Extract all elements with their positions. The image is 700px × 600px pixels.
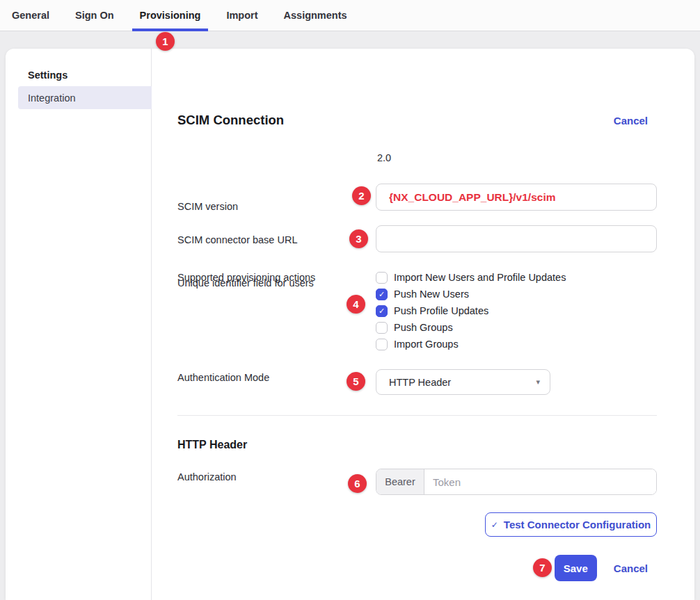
test-connector-button[interactable]: ✓ Test Connector Configuration [485,512,657,537]
checkbox[interactable]: ✓ [376,339,388,350]
checkbox-label: Import New Users and Profile Updates [394,272,566,283]
cancel-link-bottom[interactable]: Cancel [614,562,648,574]
chevron-down-icon: ▾ [536,378,540,387]
action-push-groups[interactable]: ✓ Push Groups [376,319,566,336]
annotation-badge-3: 3 [349,229,368,248]
tab-general[interactable]: General [4,0,57,31]
base-url-label: SCIM connector base URL [177,234,297,245]
scim-version-value: 2.0 [377,152,391,163]
bearer-prefix: Bearer [376,469,424,494]
section-divider [177,415,657,416]
checkbox-label: Push Groups [394,322,453,333]
sidebar-item-integration[interactable]: Integration [18,86,152,109]
provisioning-actions-list: ✓ Import New Users and Profile Updates ✓… [376,269,566,352]
annotation-badge-6: 6 [348,474,367,493]
auth-mode-select[interactable]: HTTP Header ▾ [376,369,550,395]
page-title: SCIM Connection [177,113,284,128]
base-url-input[interactable] [376,184,657,211]
tab-provisioning[interactable]: Provisioning [132,0,209,31]
settings-sidebar: Settings Integration [6,49,152,600]
action-import-groups[interactable]: ✓ Import Groups [376,336,566,352]
checkbox-label: Import Groups [394,339,459,350]
checkbox[interactable]: ✓ [376,272,388,284]
auth-mode-value: HTTP Header [389,377,451,388]
authorization-input-group: Bearer [376,469,657,495]
sidebar-header: Settings [28,70,67,81]
check-icon: ✓ [379,291,385,298]
tab-sign-on[interactable]: Sign On [67,0,122,31]
annotation-badge-5: 5 [347,372,365,391]
action-import-new-users[interactable]: ✓ Import New Users and Profile Updates [376,269,566,286]
token-input[interactable] [424,469,656,494]
checkbox-label: Push New Users [394,289,469,300]
cancel-link-top[interactable]: Cancel [614,115,648,127]
annotation-badge-2: 2 [352,186,371,205]
settings-card: Settings Integration SCIM Connection Can… [6,49,694,600]
app-tabbar: General Sign On Provisioning Import Assi… [0,0,700,31]
auth-mode-label: Authentication Mode [177,372,269,383]
check-icon: ✓ [491,520,498,530]
annotation-badge-7: 7 [533,558,552,577]
checkbox-label: Push Profile Updates [394,305,488,316]
footer-actions: Save Cancel [555,555,648,581]
tab-import[interactable]: Import [218,0,265,31]
action-push-new-users[interactable]: ✓ Push New Users [376,286,566,302]
annotation-badge-4: 4 [347,295,365,314]
checkbox[interactable]: ✓ [376,322,388,334]
check-icon: ✓ [379,307,385,315]
actions-label: Supported provisioning actions [177,272,315,283]
action-push-profile-updates[interactable]: ✓ Push Profile Updates [376,302,566,319]
tab-assignments[interactable]: Assignments [276,0,355,31]
save-button[interactable]: Save [555,555,597,581]
authorization-label: Authorization [177,471,237,483]
checkbox[interactable]: ✓ [376,289,388,300]
scim-version-label: SCIM version [177,201,238,212]
checkbox[interactable]: ✓ [376,305,388,317]
test-connector-label: Test Connector Configuration [504,519,651,530]
annotation-badge-1: 1 [156,32,175,51]
unique-id-input[interactable] [376,225,657,252]
http-header-section-title: HTTP Header [177,439,247,451]
